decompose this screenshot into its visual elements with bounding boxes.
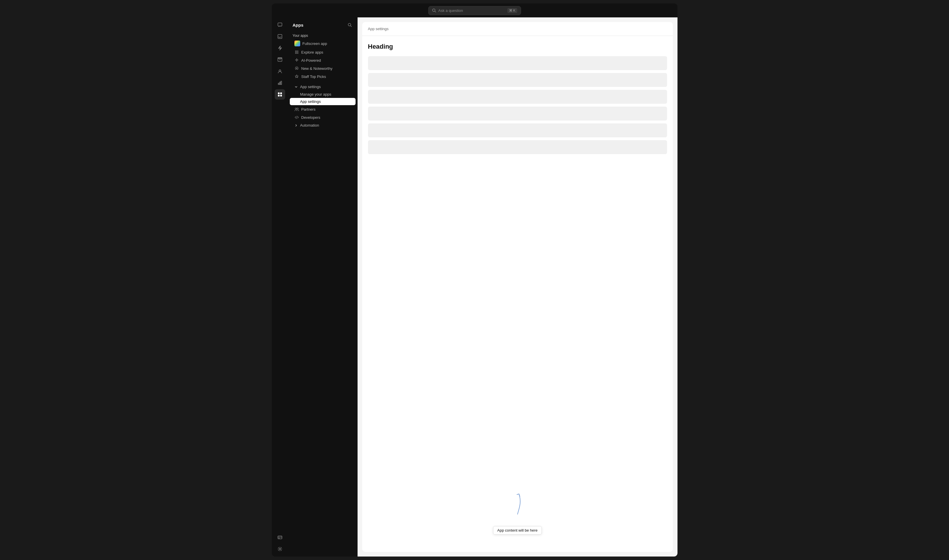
sidebar-item-staff-top-picks[interactable]: Staff Top Picks	[290, 72, 355, 80]
svg-point-20	[296, 51, 297, 52]
automation-group-header[interactable]: Automation	[290, 122, 355, 129]
svg-rect-13	[280, 95, 282, 97]
rail-apps[interactable]	[275, 89, 285, 100]
svg-point-28	[296, 68, 297, 69]
svg-rect-10	[278, 92, 280, 94]
svg-rect-7	[278, 83, 279, 85]
sparkle-icon	[294, 58, 299, 63]
rocket-icon	[294, 66, 299, 71]
rail-contacts[interactable]	[275, 66, 285, 77]
sidebar-item-developers[interactable]: Developers	[290, 113, 355, 122]
svg-point-22	[295, 52, 296, 53]
sidebar-item-new-noteworthy[interactable]: New & Noteworthy	[290, 64, 355, 72]
sidebar-item-ai-powered[interactable]: AI-Powered	[290, 56, 355, 64]
panel-body: Heading App content will be here	[362, 36, 673, 552]
search-shortcut: ⌘ K	[508, 8, 517, 13]
panel-heading: Heading	[368, 43, 667, 51]
svg-point-30	[297, 108, 298, 109]
star-icon	[294, 74, 299, 79]
sidebar-item-explore-apps[interactable]: Explore apps	[290, 48, 355, 56]
rail-chat[interactable]	[275, 20, 285, 30]
svg-line-18	[350, 26, 352, 27]
skeleton-row-5	[368, 123, 667, 137]
skeleton-row-2	[368, 73, 667, 87]
svg-rect-2	[278, 23, 282, 26]
rail-archive[interactable]	[275, 54, 285, 65]
svg-point-25	[295, 53, 296, 54]
svg-point-6	[279, 70, 281, 72]
arrow-annotation	[509, 491, 526, 517]
svg-point-29	[295, 108, 297, 109]
svg-point-27	[297, 53, 298, 54]
annotation-tooltip: App content will be here	[493, 526, 542, 534]
sidebar-search-button[interactable]	[347, 22, 353, 28]
sidebar-item-app-settings[interactable]: App settings	[290, 98, 355, 105]
topbar: Ask a question ⌘ K	[272, 3, 677, 17]
svg-point-24	[297, 52, 298, 53]
main-layout: Apps Your apps Fullscreen app	[272, 17, 677, 557]
chevron-right-icon	[294, 124, 298, 127]
rail-settings[interactable]	[275, 544, 285, 554]
sidebar-item-manage-your-apps[interactable]: Manage your apps	[290, 91, 355, 98]
panel-header: App settings	[362, 22, 673, 36]
sidebar-item-partners[interactable]: Partners	[290, 105, 355, 113]
partners-icon	[294, 107, 299, 112]
rail-inbox[interactable]	[275, 31, 285, 42]
app-settings-group-header[interactable]: App settings	[290, 83, 355, 91]
search-placeholder: Ask a question	[438, 8, 505, 13]
svg-rect-3	[278, 34, 282, 38]
code-icon	[294, 115, 299, 120]
svg-point-26	[296, 53, 297, 54]
svg-rect-15	[278, 538, 280, 538]
icon-rail	[272, 17, 288, 557]
sidebar: Apps Your apps Fullscreen app	[288, 17, 358, 557]
sidebar-title: Apps	[288, 22, 357, 28]
skeleton-row-1	[368, 56, 667, 70]
svg-rect-14	[278, 536, 282, 539]
rail-lightning[interactable]	[275, 43, 285, 53]
rail-billing[interactable]	[275, 532, 285, 543]
grid-dots-icon	[294, 50, 299, 54]
svg-rect-12	[278, 95, 280, 97]
skeleton-row-4	[368, 107, 667, 120]
sidebar-item-fullscreen-app[interactable]: Fullscreen app	[290, 39, 355, 48]
content-panel: App settings Heading	[362, 22, 673, 552]
svg-point-19	[295, 51, 296, 52]
svg-rect-9	[281, 81, 281, 85]
search-bar[interactable]: Ask a question ⌘ K	[428, 6, 521, 15]
rail-chart[interactable]	[275, 78, 285, 88]
your-apps-label: Your apps	[288, 31, 357, 39]
skeleton-row-3	[368, 90, 667, 104]
fullscreen-app-icon	[294, 40, 300, 46]
svg-rect-8	[279, 82, 280, 85]
content-area: App settings Heading	[358, 17, 677, 557]
icon-rail-bottom	[275, 532, 285, 554]
search-icon	[432, 8, 436, 12]
svg-rect-11	[280, 92, 282, 94]
svg-point-21	[297, 51, 298, 52]
svg-point-23	[296, 52, 297, 53]
chevron-down-icon	[294, 85, 298, 89]
svg-point-16	[279, 548, 280, 550]
svg-line-1	[435, 11, 436, 12]
skeleton-row-6	[368, 140, 667, 154]
